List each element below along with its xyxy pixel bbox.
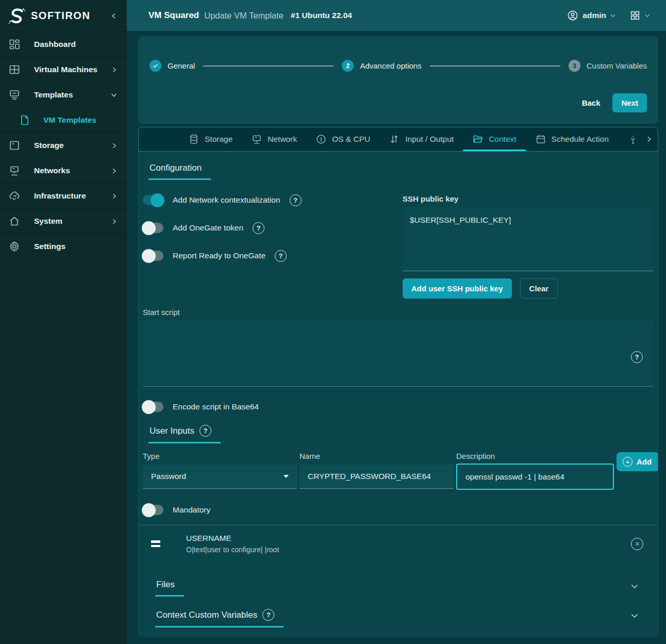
sidebar-item-templates[interactable]: Templates [0, 82, 127, 108]
type-select[interactable]: Password [143, 465, 297, 489]
tab-input-output[interactable]: Input / Output [379, 127, 463, 151]
help-icon[interactable]: ? [290, 194, 302, 206]
folder-icon [472, 134, 484, 145]
configuration-toggles: Add Network contextualization ? Add OneG… [143, 193, 403, 299]
help-icon[interactable]: ? [275, 250, 287, 262]
context-tab-panel: Configuration Add Network contextualizat… [138, 152, 658, 637]
tab-overflow-partial[interactable] [618, 127, 639, 151]
toggle-row-onegate-token: Add OneGate token ? [143, 221, 403, 235]
start-script-textarea[interactable] [143, 321, 653, 387]
onegate-token-toggle[interactable] [143, 223, 163, 233]
partial-icon [627, 134, 639, 145]
dashboard-icon [8, 38, 21, 51]
context-tabbar: Storage Network OS & CPU [138, 127, 658, 152]
toggle-row-network-contextualization: Add Network contextualization ? [143, 193, 403, 207]
files-heading: Files [155, 580, 184, 597]
toggle-row-encode-base64: Encode script in Base64 [143, 400, 653, 414]
remove-user-input-icon[interactable] [631, 538, 643, 550]
logo-row: SOFTIRON [0, 0, 127, 32]
sidebar: SOFTIRON Dashboard Virtual Machines [0, 0, 127, 644]
sidebar-item-system[interactable]: System [0, 209, 127, 234]
help-icon[interactable]: ? [253, 222, 264, 234]
sidebar-item-infrastructure[interactable]: Infrastructure [0, 184, 127, 209]
step-connector [203, 65, 334, 67]
step-custom-variables[interactable]: 3 Custom Variables [569, 60, 647, 72]
back-button[interactable]: Back [575, 93, 608, 112]
name-field: Name [299, 452, 454, 489]
network-contextualization-toggle[interactable] [143, 195, 163, 205]
description-label: Description [456, 452, 614, 460]
clear-ssh-key-button[interactable]: Clear [520, 278, 558, 299]
encode-base64-toggle[interactable] [143, 402, 163, 412]
softiron-logo-icon [7, 6, 27, 26]
user-input-form: Type Password Name Description + [143, 452, 653, 490]
tab-os-cpu[interactable]: OS & CPU [306, 127, 379, 151]
virtual-machines-icon [8, 63, 21, 76]
page-title: Update VM Template [204, 11, 284, 21]
sidebar-item-networks[interactable]: Networks [0, 158, 127, 184]
sidebar-item-vm-templates[interactable]: VM Templates [0, 108, 127, 133]
wizard-actions: Back Next [149, 93, 647, 112]
drag-handle[interactable] [151, 540, 160, 547]
user-menu[interactable]: admin [567, 9, 616, 22]
ssh-public-key-block: SSH public key $USER[SSH_PUBLIC_KEY] Add… [403, 193, 653, 299]
chevron-down-icon [110, 91, 118, 98]
step-connector [430, 65, 560, 67]
calendar-icon [535, 134, 546, 145]
infrastructure-icon [8, 190, 21, 202]
next-button[interactable]: Next [612, 93, 647, 112]
user-input-name: USERNAME [186, 534, 631, 543]
sidebar-collapse-icon[interactable] [110, 12, 118, 20]
tab-schedule-action[interactable]: Schedule Action [526, 127, 618, 151]
chevron-right-icon [111, 168, 118, 174]
apps-menu[interactable] [629, 10, 651, 21]
ssh-public-key-textarea[interactable]: $USER[SSH_PUBLIC_KEY] [403, 207, 653, 271]
sidebar-item-storage[interactable]: Storage [0, 133, 127, 158]
step-number-badge: 2 [342, 60, 354, 72]
custom-variables-chevron-down-icon[interactable] [630, 611, 639, 620]
step-advanced-options[interactable]: 2 Advanced options [342, 60, 421, 72]
context-custom-variables-heading: Context Custom Variables ? [155, 609, 284, 628]
select-caret-icon [284, 475, 289, 478]
logo-text: SOFTIRON [31, 10, 110, 22]
tab-storage[interactable]: Storage [179, 127, 242, 151]
sidebar-item-virtual-machines[interactable]: Virtual Machines [0, 57, 127, 82]
step-general[interactable]: General [149, 60, 195, 72]
chevron-right-icon [111, 142, 118, 149]
networks-icon [8, 164, 21, 177]
help-icon[interactable]: ? [631, 351, 643, 363]
mandatory-toggle[interactable] [143, 505, 163, 515]
user-inputs-heading: User Inputs ? [148, 425, 221, 443]
tab-context[interactable]: Context [463, 127, 525, 151]
files-chevron-down-icon[interactable] [630, 582, 639, 591]
database-icon [188, 134, 199, 145]
name-label: Name [299, 452, 454, 460]
tab-scroll-right-icon[interactable] [642, 127, 656, 151]
help-icon[interactable]: ? [199, 425, 211, 437]
description-input[interactable] [456, 464, 614, 490]
add-user-ssh-key-button[interactable]: Add user SSH public key [403, 278, 512, 299]
user-icon [567, 9, 579, 22]
chevron-right-icon [111, 67, 118, 73]
plus-circle-icon: + [623, 457, 632, 467]
system-icon [8, 215, 21, 227]
tab-network[interactable]: Network [242, 127, 306, 151]
toggle-row-report-ready: Report Ready to OneGate ? [143, 249, 403, 262]
name-input[interactable] [299, 465, 454, 489]
type-label: Type [143, 452, 297, 460]
chevron-down-icon [610, 12, 616, 19]
top-header: VM Squared Update VM Template #1 Ubuntu … [127, 0, 666, 31]
gear-icon [8, 240, 21, 253]
add-user-input-button[interactable]: + Add [617, 452, 658, 471]
description-field: Description [456, 452, 614, 490]
report-ready-toggle[interactable] [143, 251, 163, 261]
user-input-spec: O|text|user to configure| |root [186, 546, 631, 554]
step-number-badge: 3 [569, 60, 580, 72]
type-field: Type Password [143, 452, 297, 489]
sidebar-item-settings[interactable]: Settings [0, 234, 127, 259]
chevron-down-icon [644, 12, 651, 19]
user-input-row-username: USERNAME O|text|user to configure| |root [139, 525, 658, 564]
sidebar-item-dashboard[interactable]: Dashboard [0, 32, 127, 57]
wizard-steps: General 2 Advanced options 3 Custom Vari… [149, 60, 647, 72]
help-icon[interactable]: ? [262, 609, 274, 621]
